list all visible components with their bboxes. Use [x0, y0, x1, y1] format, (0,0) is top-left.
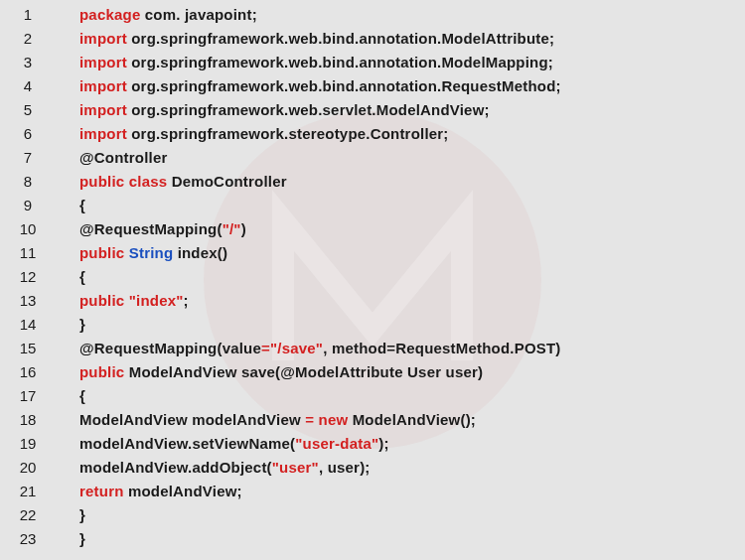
token-plain: @Controller — [79, 149, 168, 166]
code-line: 12{ — [0, 268, 745, 292]
token-plain: ModelAndView(); — [348, 411, 476, 428]
code-content: @Controller — [56, 149, 168, 166]
code-content: import org.springframework.web.bind.anno… — [56, 54, 553, 70]
token-plain: ) — [241, 220, 246, 237]
token-plain: modelAndView; — [124, 483, 242, 499]
token-plain: ; — [184, 292, 189, 309]
token-plain: modelAndView.addObject( — [79, 459, 272, 476]
code-content: } — [56, 316, 85, 333]
token-kw: public class — [79, 173, 172, 190]
code-content: return modelAndView; — [56, 483, 242, 499]
line-number: 22 — [0, 506, 56, 523]
token-plain: modelAndView.setViewName( — [79, 435, 295, 452]
line-number: 10 — [0, 220, 56, 237]
line-number: 15 — [0, 340, 56, 356]
token-plain: { — [79, 268, 85, 285]
token-plain: com. javapoint; — [140, 6, 256, 23]
code-line: 3import org.springframework.web.bind.ann… — [0, 54, 745, 77]
code-content: } — [56, 506, 85, 523]
code-line: 16public ModelAndView save(@ModelAttribu… — [0, 363, 745, 387]
code-content: public class DemoController — [56, 173, 287, 190]
token-kw: public — [79, 363, 124, 380]
token-kw: public — [79, 244, 129, 261]
code-line: 22} — [0, 506, 745, 530]
token-kw: import — [79, 125, 127, 142]
token-plain: org.springframework.web.bind.annotation.… — [127, 30, 554, 47]
token-kw: = new — [305, 411, 348, 428]
line-number: 9 — [0, 197, 56, 213]
line-number: 14 — [0, 316, 56, 333]
code-content: { — [56, 197, 85, 213]
code-line: 11public String index() — [0, 244, 745, 268]
token-plain: org.springframework.stereotype.Controlle… — [127, 125, 449, 142]
code-content: import org.springframework.stereotype.Co… — [56, 125, 449, 142]
token-plain: ); — [378, 435, 388, 452]
token-str: "/save" — [270, 340, 323, 356]
token-plain: org.springframework.web.servlet.ModelAnd… — [127, 101, 490, 118]
token-plain: ModelAndView save(@ModelAttribute User u… — [124, 363, 483, 380]
line-number: 1 — [0, 6, 56, 23]
token-plain: DemoController — [172, 173, 287, 190]
code-line: 13public "index"; — [0, 292, 745, 316]
token-kw: package — [79, 6, 140, 23]
line-number: 11 — [0, 244, 56, 261]
line-number: 21 — [0, 483, 56, 499]
code-content: @RequestMapping(value="/save", method=Re… — [56, 340, 561, 356]
line-number: 7 — [0, 149, 56, 166]
code-line: 18ModelAndView modelAndView = new ModelA… — [0, 411, 745, 435]
token-kw: import — [79, 77, 127, 94]
code-line: 7@Controller — [0, 149, 745, 173]
token-str: "user-data" — [295, 435, 378, 452]
token-plain: org.springframework.web.bind.annotation.… — [127, 54, 553, 70]
code-content: package com. javapoint; — [56, 6, 257, 23]
code-block: 1package com. javapoint;2import org.spri… — [0, 0, 745, 560]
code-line: 19modelAndView.setViewName("user-data"); — [0, 435, 745, 459]
code-content: public ModelAndView save(@ModelAttribute… — [56, 363, 483, 380]
token-type: String — [129, 244, 174, 261]
token-kw: import — [79, 101, 127, 118]
line-number: 8 — [0, 173, 56, 190]
line-number: 23 — [0, 530, 56, 547]
line-number: 3 — [0, 54, 56, 70]
code-content: modelAndView.setViewName("user-data"); — [56, 435, 389, 452]
code-line: 8public class DemoController — [0, 173, 745, 197]
code-content: public "index"; — [56, 292, 189, 309]
token-plain: } — [79, 506, 85, 523]
line-number: 2 — [0, 30, 56, 47]
code-content: public String index() — [56, 244, 227, 261]
line-number: 6 — [0, 125, 56, 142]
token-plain: @RequestMapping(value — [79, 340, 261, 356]
line-number: 5 — [0, 101, 56, 118]
token-str: "user" — [272, 459, 319, 476]
line-number: 17 — [0, 387, 56, 404]
token-plain: { — [79, 197, 85, 213]
code-content: ModelAndView modelAndView = new ModelAnd… — [56, 411, 476, 428]
code-line: 20modelAndView.addObject("user", user); — [0, 459, 745, 483]
line-number: 16 — [0, 363, 56, 380]
code-content: import org.springframework.web.bind.anno… — [56, 77, 561, 94]
token-str: "index" — [129, 292, 184, 309]
token-kw: public — [79, 292, 129, 309]
code-line: 21return modelAndView; — [0, 483, 745, 506]
code-line: 10@RequestMapping("/") — [0, 220, 745, 244]
code-line: 1package com. javapoint; — [0, 6, 745, 30]
code-content: { — [56, 387, 85, 404]
code-content: { — [56, 268, 85, 285]
token-kw: return — [79, 483, 124, 499]
line-number: 12 — [0, 268, 56, 285]
line-number: 13 — [0, 292, 56, 309]
code-line: 4import org.springframework.web.bind.ann… — [0, 77, 745, 101]
code-content: } — [56, 530, 85, 547]
code-line: 17{ — [0, 387, 745, 411]
token-plain: { — [79, 387, 85, 404]
line-number: 19 — [0, 435, 56, 452]
token-str: "/" — [223, 220, 241, 237]
token-plain: ModelAndView modelAndView — [79, 411, 305, 428]
token-kw: import — [79, 30, 127, 47]
code-content: modelAndView.addObject("user", user); — [56, 459, 371, 476]
token-plain: org.springframework.web.bind.annotation.… — [127, 77, 561, 94]
code-line: 23} — [0, 530, 745, 554]
token-plain: index() — [173, 244, 227, 261]
token-plain: } — [79, 530, 85, 547]
token-plain: @RequestMapping( — [79, 220, 223, 237]
